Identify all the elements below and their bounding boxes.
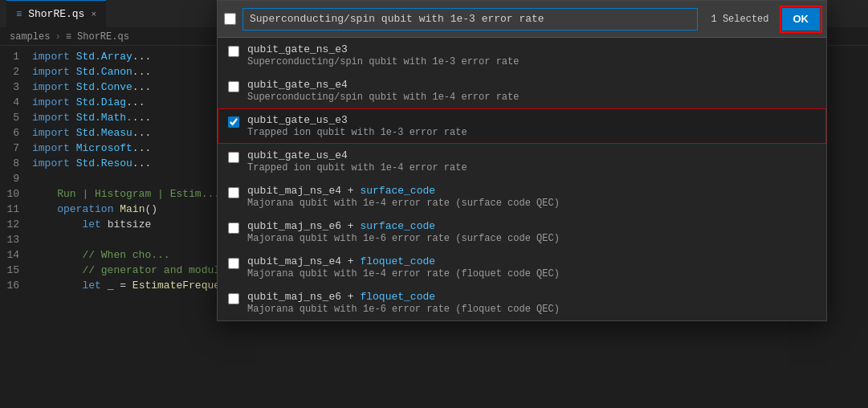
- line-number: 6: [0, 125, 32, 141]
- line-number: 8: [0, 156, 32, 171]
- list-item[interactable]: qubit_gate_ns_e3Superconducting/spin qub…: [218, 38, 826, 73]
- line-content: import Std.Math....: [32, 110, 151, 125]
- breadcrumb-file: ≡ ShorRE.qs: [66, 31, 129, 43]
- line-number: 16: [0, 278, 32, 293]
- line-content: // When cho...: [32, 247, 170, 263]
- item-desc: Majorana qubit with 1e-6 error rate (sur…: [247, 233, 560, 244]
- line-content: import Std.Diag...: [32, 95, 145, 110]
- line-number: 14: [0, 247, 32, 263]
- item-text: qubit_maj_ns_e4 + surface_codeMajorana q…: [247, 185, 560, 209]
- tab-label: ShorRE.qs: [28, 8, 84, 20]
- list-item[interactable]: qubit_maj_ns_e6 + floquet_codeMajorana q…: [218, 285, 826, 320]
- item-checkbox[interactable]: [228, 187, 239, 198]
- line-content: import Microsoft...: [32, 141, 151, 156]
- line-number: 9: [0, 171, 32, 186]
- ok-button[interactable]: OK: [782, 8, 821, 31]
- line-content: import Std.Conve...: [32, 80, 151, 95]
- item-checkbox[interactable]: [228, 293, 239, 304]
- editor-tab[interactable]: ≡ ShorRE.qs ×: [6, 0, 106, 28]
- item-name: qubit_gate_ns_e3: [247, 43, 519, 55]
- line-content: import Std.Resou...: [32, 156, 151, 171]
- item-text: qubit_maj_ns_e4 + floquet_codeMajorana q…: [247, 255, 560, 279]
- line-content: operation Main(): [32, 202, 157, 217]
- line-number: 11: [0, 202, 32, 217]
- file-icon: ≡: [16, 9, 22, 20]
- line-number: 12: [0, 217, 32, 232]
- item-name: qubit_maj_ns_e4 + floquet_code: [247, 255, 560, 267]
- list-item[interactable]: qubit_gate_us_e4Trapped ion qubit with 1…: [218, 144, 826, 179]
- modal-header: 1 Selected OK: [218, 1, 826, 38]
- selected-badge: 1 Selected: [704, 12, 775, 27]
- item-name: qubit_maj_ns_e6 + surface_code: [247, 220, 560, 232]
- item-name: qubit_gate_us_e4: [247, 149, 467, 161]
- modal-item-list[interactable]: qubit_gate_ns_e3Superconducting/spin qub…: [218, 38, 826, 320]
- item-checkbox[interactable]: [228, 81, 239, 92]
- item-desc: Trapped ion qubit with 1e-4 error rate: [247, 162, 467, 173]
- item-desc: Superconducting/spin qubit with 1e-3 err…: [247, 56, 519, 67]
- line-content: import Std.Canon...: [32, 64, 151, 80]
- line-content: import Std.Measu...: [32, 125, 151, 141]
- item-desc: Majorana qubit with 1e-4 error rate (sur…: [247, 198, 560, 209]
- breadcrumb-samples: samples: [10, 31, 50, 43]
- item-name: qubit_maj_ns_e6 + floquet_code: [247, 291, 560, 303]
- line-number: 7: [0, 141, 32, 156]
- item-desc: Superconducting/spin qubit with 1e-4 err…: [247, 92, 519, 103]
- picker-modal: 1 Selected OK qubit_gate_ns_e3Supercondu…: [217, 0, 827, 321]
- line-number: 3: [0, 80, 32, 95]
- list-item[interactable]: qubit_maj_ns_e6 + surface_codeMajorana q…: [218, 214, 826, 250]
- search-input[interactable]: [242, 8, 698, 31]
- item-desc: Majorana qubit with 1e-4 error rate (flo…: [247, 268, 560, 279]
- item-checkbox[interactable]: [228, 116, 239, 128]
- line-content: let bitsize: [32, 217, 151, 232]
- line-number: 2: [0, 64, 32, 80]
- item-text: qubit_gate_ns_e4Superconducting/spin qub…: [247, 79, 519, 103]
- line-number: 15: [0, 263, 32, 278]
- breadcrumb-separator: ›: [55, 31, 60, 43]
- tab-close-button[interactable]: ×: [91, 10, 96, 19]
- line-content: import Std.Array...: [32, 49, 151, 64]
- line-content: Run | Histogram | Estim...: [32, 186, 220, 202]
- item-checkbox[interactable]: [228, 152, 239, 163]
- item-text: qubit_gate_us_e3Trapped ion qubit with 1…: [247, 114, 467, 138]
- item-text: qubit_maj_ns_e6 + floquet_codeMajorana q…: [247, 291, 560, 315]
- line-number: 1: [0, 49, 32, 64]
- line-number: 4: [0, 95, 32, 110]
- list-item[interactable]: qubit_maj_ns_e4 + floquet_codeMajorana q…: [218, 250, 826, 285]
- item-text: qubit_gate_ns_e3Superconducting/spin qub…: [247, 43, 519, 67]
- item-checkbox[interactable]: [228, 46, 239, 57]
- item-checkbox[interactable]: [228, 258, 239, 269]
- item-name: qubit_gate_us_e3: [247, 114, 467, 126]
- line-number: 5: [0, 110, 32, 125]
- item-name: qubit_maj_ns_e4 + surface_code: [247, 185, 560, 197]
- list-item[interactable]: qubit_gate_us_e3Trapped ion qubit with 1…: [218, 108, 826, 144]
- item-text: qubit_maj_ns_e6 + surface_codeMajorana q…: [247, 220, 560, 244]
- item-name: qubit_gate_ns_e4: [247, 79, 519, 91]
- line-number: 10: [0, 186, 32, 202]
- item-desc: Majorana qubit with 1e-6 error rate (flo…: [247, 304, 560, 315]
- item-text: qubit_gate_us_e4Trapped ion qubit with 1…: [247, 149, 467, 173]
- line-number: 13: [0, 232, 32, 247]
- item-checkbox[interactable]: [228, 222, 239, 234]
- list-item[interactable]: qubit_maj_ns_e4 + surface_codeMajorana q…: [218, 179, 826, 214]
- select-all-checkbox[interactable]: [224, 13, 236, 25]
- list-item[interactable]: qubit_gate_ns_e4Superconducting/spin qub…: [218, 73, 826, 108]
- item-desc: Trapped ion qubit with 1e-3 error rate: [247, 127, 467, 138]
